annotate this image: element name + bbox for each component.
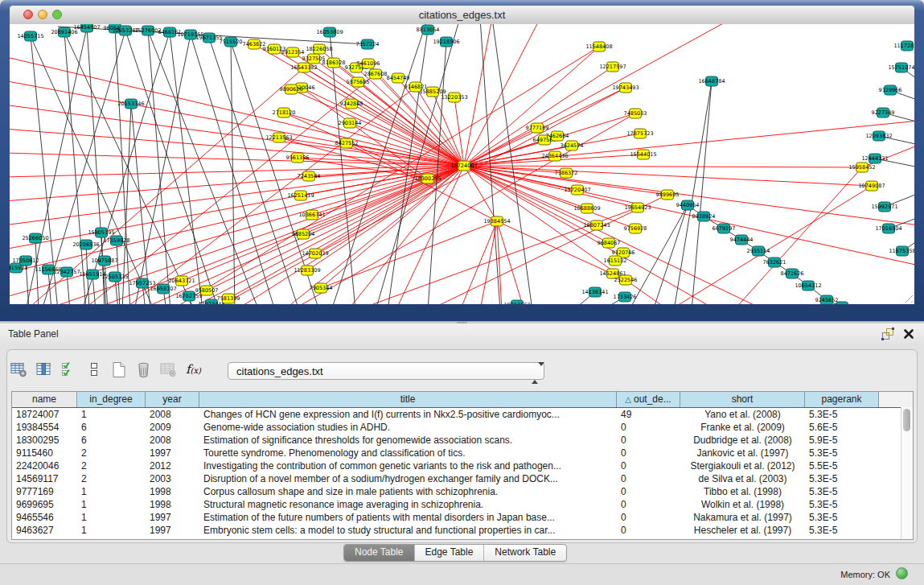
table-cell[interactable]: 9115460 bbox=[12, 447, 77, 459]
table-row[interactable]: 946554611997Estimation of the future num… bbox=[12, 511, 913, 524]
table-cell[interactable]: 0 bbox=[617, 511, 680, 524]
table-cell[interactable]: 5.3E-5 bbox=[805, 511, 879, 524]
tab-node-table[interactable]: Node Table bbox=[344, 545, 415, 561]
column-header-out_de[interactable]: △out_de... bbox=[617, 392, 680, 407]
selection-mode-icon[interactable] bbox=[56, 357, 81, 381]
table-row[interactable]: 969969511998Structural magnetic resonanc… bbox=[12, 498, 913, 511]
table-cell[interactable]: 1 bbox=[77, 498, 146, 511]
table-cell[interactable]: Genome-wide association studies in ADHD. bbox=[199, 421, 617, 434]
table-row[interactable]: 1830029562008Estimation of significance … bbox=[12, 434, 913, 447]
table-cell[interactable]: 5.6E-5 bbox=[805, 421, 879, 434]
table-cell[interactable]: 1 bbox=[77, 408, 146, 421]
table-cell[interactable]: Changes of HCN gene expression and I(f) … bbox=[199, 408, 617, 421]
table-cell[interactable]: 9463627 bbox=[12, 524, 77, 537]
table-cell[interactable]: Estimation of the future numbers of pati… bbox=[199, 511, 617, 524]
network-window-titlebar[interactable]: citations_edges.txt bbox=[10, 6, 914, 25]
close-panel-icon[interactable] bbox=[903, 328, 914, 340]
table-cell[interactable]: 6 bbox=[77, 421, 146, 434]
table-cell[interactable]: 0 bbox=[617, 524, 680, 537]
table-cell[interactable]: 19384554 bbox=[12, 421, 77, 434]
scrollbar-thumb[interactable] bbox=[903, 409, 910, 431]
table-cell[interactable]: 5.5E-5 bbox=[805, 459, 879, 472]
table-cell[interactable]: 1997 bbox=[146, 511, 199, 524]
delete-table-icon[interactable] bbox=[156, 357, 181, 381]
network-graph[interactable]: 1405571520891406164548079605425106532871… bbox=[10, 24, 914, 304]
table-row[interactable]: 1938455462009Genome-wide association stu… bbox=[12, 421, 913, 434]
tab-edge-table[interactable]: Edge Table bbox=[415, 545, 485, 561]
table-cell[interactable]: Wolkin et al. (1998) bbox=[680, 498, 805, 511]
table-selector-dropdown[interactable]: citations_edges.txt bbox=[228, 362, 544, 380]
table-cell[interactable]: Embryonic stem cells: a model to study s… bbox=[199, 524, 617, 537]
table-cell[interactable]: 0 bbox=[617, 472, 680, 485]
table-cell[interactable]: 49 bbox=[617, 408, 680, 421]
table-row[interactable]: 911546021997Tourette syndrome. Phenomeno… bbox=[12, 447, 913, 459]
delete-column-icon[interactable] bbox=[131, 357, 156, 381]
table-cell[interactable]: Estimation of significance thresholds fo… bbox=[199, 434, 617, 447]
table-cell[interactable]: 6 bbox=[77, 434, 146, 447]
table-cell[interactable]: 14569117 bbox=[12, 472, 77, 485]
table-cell[interactable]: 5.3E-5 bbox=[805, 408, 879, 421]
table-cell[interactable]: 0 bbox=[617, 447, 680, 459]
table-cell[interactable]: 9465546 bbox=[12, 511, 77, 524]
column-header-pagerank[interactable]: pagerank bbox=[805, 392, 879, 407]
table-cell[interactable]: 1 bbox=[77, 485, 146, 498]
table-cell[interactable]: 0 bbox=[617, 421, 680, 434]
table-cell[interactable]: 9699695 bbox=[12, 498, 77, 511]
table-cell[interactable]: 2008 bbox=[146, 434, 199, 447]
table-cell[interactable]: Dudbridge et al. (2008) bbox=[680, 434, 805, 447]
table-cell[interactable]: Yano et al. (2008) bbox=[680, 408, 805, 421]
table-cell[interactable]: Corpus callosum shape and size in male p… bbox=[199, 485, 617, 498]
table-cell[interactable]: Investigating the contribution of common… bbox=[199, 459, 617, 472]
table-cell[interactable]: 5.3E-5 bbox=[805, 524, 879, 537]
row-height-icon[interactable] bbox=[81, 357, 106, 381]
table-cell[interactable]: Franke et al. (2009) bbox=[680, 421, 805, 434]
network-canvas[interactable]: 1405571520891406164548079605425106532871… bbox=[10, 24, 914, 304]
table-cell[interactable]: 5.3E-5 bbox=[805, 498, 879, 511]
table-row[interactable]: 1456911722003Disruption of a novel membe… bbox=[12, 472, 913, 485]
table-cell[interactable]: Jankovic et al. (1997) bbox=[680, 447, 805, 459]
table-cell[interactable]: 1997 bbox=[146, 524, 199, 537]
table-cell[interactable]: 5.3E-5 bbox=[805, 485, 879, 498]
table-cell[interactable]: Tibbo et al. (1998) bbox=[680, 485, 805, 498]
table-cell[interactable]: Disruption of a novel member of a sodium… bbox=[199, 472, 617, 485]
column-header-name[interactable]: name bbox=[12, 392, 77, 407]
table-cell[interactable]: 2003 bbox=[146, 472, 199, 485]
table-cell[interactable]: 0 bbox=[617, 459, 680, 472]
table-row[interactable]: 2242004622012Investigating the contribut… bbox=[12, 459, 913, 472]
column-visibility-icon[interactable] bbox=[31, 357, 56, 381]
table-cell[interactable]: 22420046 bbox=[12, 459, 77, 472]
table-cell[interactable]: 0 bbox=[617, 434, 680, 447]
table-cell[interactable]: 1 bbox=[77, 511, 146, 524]
table-cell[interactable]: 2 bbox=[77, 472, 146, 485]
column-header-short[interactable]: short bbox=[680, 392, 805, 407]
table-cell[interactable]: Stergiakouli et al. (2012) bbox=[680, 459, 805, 472]
table-cell[interactable]: 1998 bbox=[146, 485, 199, 498]
table-cell[interactable]: 2008 bbox=[146, 408, 199, 421]
function-builder-icon[interactable]: f(x) bbox=[181, 357, 206, 381]
table-cell[interactable]: 1997 bbox=[146, 447, 199, 459]
table-cell[interactable]: 2012 bbox=[146, 459, 199, 472]
table-cell[interactable]: 18300295 bbox=[12, 434, 77, 447]
table-row[interactable]: 1872400712008Changes of HCN gene express… bbox=[12, 408, 913, 421]
table-cell[interactable]: Hescheler et al. (1997) bbox=[680, 524, 805, 537]
table-cell[interactable]: 2 bbox=[77, 459, 146, 472]
table-cell[interactable]: 2 bbox=[77, 447, 146, 459]
table-row[interactable]: 977716911998Corpus callosum shape and si… bbox=[12, 485, 913, 498]
table-cell[interactable]: Structural magnetic resonance image aver… bbox=[199, 498, 617, 511]
table-cell[interactable]: 1998 bbox=[146, 498, 199, 511]
table-cell[interactable]: 5.3E-5 bbox=[805, 472, 879, 485]
table-cell[interactable]: 0 bbox=[617, 498, 680, 511]
table-cell[interactable]: 0 bbox=[617, 485, 680, 498]
table-cell[interactable]: Nakamura et al. (1997) bbox=[680, 511, 805, 524]
table-row[interactable]: 946362711997Embryonic stem cells: a mode… bbox=[12, 524, 913, 537]
table-settings-icon[interactable] bbox=[6, 357, 31, 381]
float-panel-icon[interactable] bbox=[881, 328, 895, 341]
tab-network-table[interactable]: Network Table bbox=[484, 545, 566, 561]
table-cell[interactable]: 5.9E-5 bbox=[805, 434, 879, 447]
table-cell[interactable]: 9777169 bbox=[12, 485, 77, 498]
table-cell[interactable]: 1 bbox=[77, 524, 146, 537]
table-cell[interactable]: 5.3E-5 bbox=[805, 447, 879, 459]
new-column-icon[interactable] bbox=[106, 357, 131, 381]
table-cell[interactable]: 18724007 bbox=[12, 408, 77, 421]
vertical-scrollbar[interactable] bbox=[901, 407, 913, 539]
